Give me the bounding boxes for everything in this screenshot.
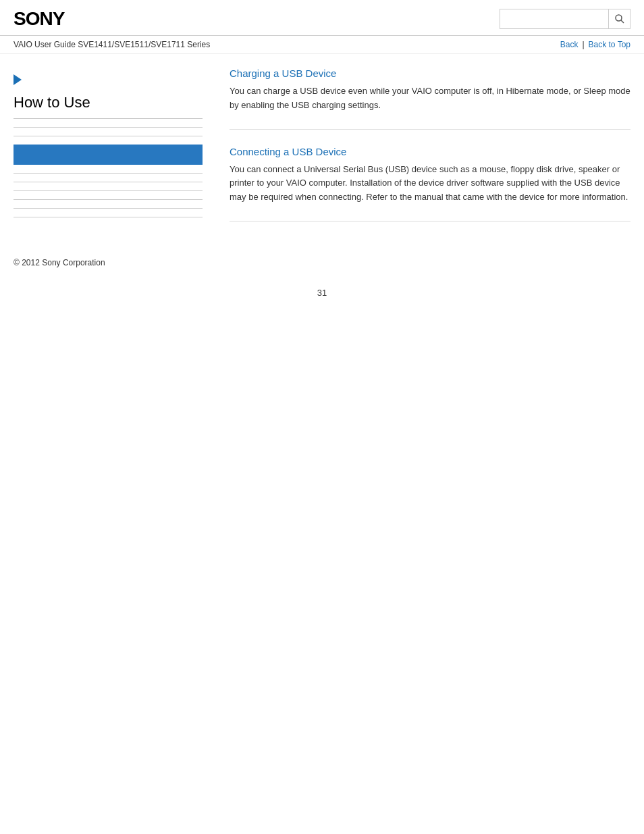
content-area: Charging a USB Device You can charge a U… [216, 68, 630, 238]
connecting-usb-text: You can connect a Universal Serial Bus (… [230, 163, 630, 205]
svg-line-1 [621, 20, 624, 23]
search-box [500, 9, 630, 29]
sidebar-divider-8 [14, 217, 203, 217]
chevron-right-icon [14, 74, 22, 85]
sidebar-divider-7 [14, 208, 203, 209]
sidebar-divider-1 [14, 127, 203, 128]
main-container: How to Use Charging a USB Device You can… [0, 54, 644, 238]
back-to-top-link[interactable]: Back to Top [589, 40, 630, 49]
nav-title: VAIO User Guide SVE1411/SVE1511/SVE1711 … [14, 40, 210, 49]
sidebar-divider-6 [14, 199, 203, 200]
search-icon [614, 14, 625, 24]
page-number: 31 [0, 274, 644, 311]
nav-bar: VAIO User Guide SVE1411/SVE1511/SVE1711 … [0, 36, 644, 54]
footer: © 2012 Sony Corporation [0, 238, 644, 274]
sony-logo: SONY [14, 8, 64, 30]
sidebar-title: How to Use [14, 94, 203, 119]
section-charging-usb: Charging a USB Device You can charge a U… [230, 68, 630, 130]
svg-point-0 [616, 15, 622, 21]
sidebar-divider-3 [14, 173, 203, 174]
copyright-text: © 2012 Sony Corporation [14, 258, 105, 267]
section-connecting-usb: Connecting a USB Device You can connect … [230, 146, 630, 221]
sidebar: How to Use [14, 68, 216, 238]
nav-links: Back | Back to Top [560, 40, 630, 49]
nav-separator: | [582, 40, 584, 49]
search-input[interactable] [500, 9, 608, 28]
sidebar-divider-5 [14, 190, 203, 191]
sidebar-divider-4 [14, 182, 203, 182]
search-button[interactable] [608, 9, 630, 28]
back-link[interactable]: Back [560, 40, 579, 49]
charging-usb-title[interactable]: Charging a USB Device [230, 68, 630, 79]
connecting-usb-title[interactable]: Connecting a USB Device [230, 146, 630, 157]
header: SONY [0, 0, 644, 36]
charging-usb-text: You can charge a USB device even while y… [230, 84, 630, 113]
sidebar-active-item[interactable] [14, 145, 203, 165]
sidebar-divider-2 [14, 136, 203, 136]
